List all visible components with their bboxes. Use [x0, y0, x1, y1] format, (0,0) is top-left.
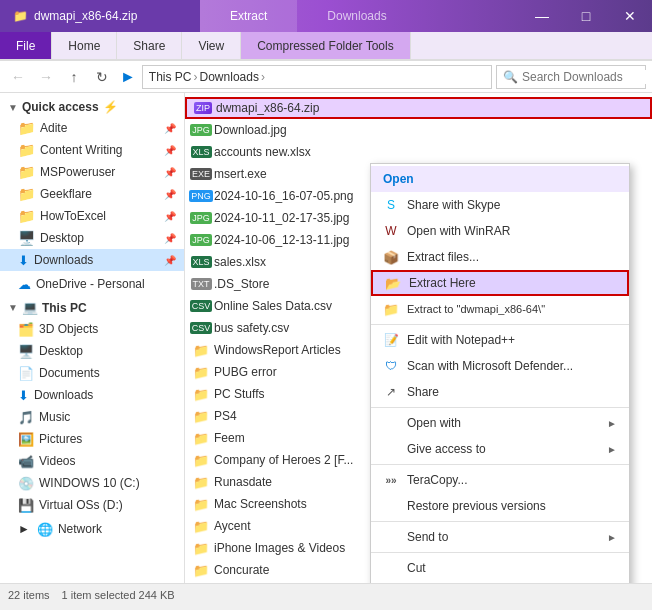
search-box[interactable]: 🔍 [496, 65, 646, 89]
sidebar-item-downloads2[interactable]: ⬇ Downloads [0, 384, 184, 406]
sidebar-item-network[interactable]: ► 🌐 Network [0, 518, 184, 540]
file-item-zip[interactable]: ZIP dwmapi_x86-64.zip [185, 97, 652, 119]
ribbon: File Home Share View Compressed Folder T… [0, 32, 652, 61]
sidebar-item-documents[interactable]: 📄 Documents [0, 362, 184, 384]
sidebar-item-d-drive-label: Virtual OSs (D:) [39, 498, 123, 512]
pin-icon-gf: 📌 [164, 189, 176, 200]
up-button[interactable]: ↑ [62, 65, 86, 89]
file-item-xlsx1[interactable]: XLS accounts new.xlsx [185, 141, 652, 163]
tab-share[interactable]: Share [117, 32, 182, 59]
quick-access-label: Quick access [22, 100, 99, 114]
context-menu: Open S Share with Skype W Open with WinR… [370, 163, 630, 583]
file-item-folder-feem-label: Feem [214, 431, 245, 445]
ctx-sep-2 [371, 407, 629, 408]
thispc-arrow: ▼ [8, 302, 18, 313]
sidebar-item-desktop2[interactable]: 🖥️ Desktop [0, 340, 184, 362]
ctx-restore-versions[interactable]: Restore previous versions [371, 493, 629, 519]
open-with-icon [383, 415, 399, 431]
tab-home[interactable]: Home [52, 32, 117, 59]
send-to-arrow: ► [607, 532, 617, 543]
network-section: ► 🌐 Network [0, 518, 184, 540]
quick-access-header[interactable]: ▼ Quick access ⚡ [0, 97, 184, 117]
tab-extract[interactable]: Extract [200, 0, 297, 32]
ctx-open-winrar[interactable]: W Open with WinRAR [371, 218, 629, 244]
file-item-zip-label: dwmapi_x86-64.zip [216, 101, 319, 115]
ctx-teracopy-label: TeraCopy... [407, 473, 467, 487]
ctx-extract-files[interactable]: 📦 Extract files... [371, 244, 629, 270]
ctx-scan-defender[interactable]: 🛡 Scan with Microsoft Defender... [371, 353, 629, 379]
ctx-open-header: Open [371, 166, 629, 192]
thispc-header[interactable]: ▼ 💻 This PC [0, 297, 184, 318]
sidebar-item-adite[interactable]: 📁 Adite 📌 [0, 117, 184, 139]
ds-file-icon: TXT [193, 276, 209, 292]
ctx-sep-3 [371, 464, 629, 465]
file-item-xlsx1-label: accounts new.xlsx [214, 145, 311, 159]
c-drive-icon: 💿 [18, 476, 34, 491]
ctx-extract-here[interactable]: 📂 Extract Here [371, 270, 629, 296]
png-file-icon: PNG [193, 188, 209, 204]
sidebar-item-d-drive[interactable]: 💾 Virtual OSs (D:) [0, 494, 184, 516]
sidebar-item-desktop[interactable]: 🖥️ Desktop 📌 [0, 227, 184, 249]
forward-button[interactable]: → [34, 65, 58, 89]
sidebar-item-videos[interactable]: 📹 Videos [0, 450, 184, 472]
ctx-give-access[interactable]: Give access to ► [371, 436, 629, 462]
folder-file-icon11: 📁 [193, 562, 209, 578]
search-input[interactable] [522, 70, 652, 84]
pin-icon-ms: 📌 [164, 167, 176, 178]
jpg2-file-icon: JPG [193, 210, 209, 226]
sidebar-item-music[interactable]: 🎵 Music [0, 406, 184, 428]
maximize-button[interactable]: □ [564, 0, 608, 32]
sidebar-item-3dobjects[interactable]: 🗂️ 3D Objects [0, 318, 184, 340]
jpg-file-icon: JPG [193, 122, 209, 138]
ctx-copy[interactable]: Copy [371, 581, 629, 583]
tab-compressed-folder-tools[interactable]: Compressed Folder Tools [241, 32, 411, 59]
file-item-folder-ps4-label: PS4 [214, 409, 237, 423]
quick-access-icon: ⚡ [103, 100, 118, 114]
path-thispc[interactable]: This PC [149, 70, 192, 84]
sidebar-item-onedrive[interactable]: ☁ OneDrive - Personal [0, 273, 184, 295]
close-button[interactable]: ✕ [608, 0, 652, 32]
sidebar-item-downloads[interactable]: ⬇ Downloads 📌 [0, 249, 184, 271]
sidebar-item-c-drive[interactable]: 💿 WINDOWS 10 (C:) [0, 472, 184, 494]
search-icon: 🔍 [503, 70, 518, 84]
ctx-open-with[interactable]: Open with ► [371, 410, 629, 436]
back-button[interactable]: ← [6, 65, 30, 89]
exe-file-icon: EXE [193, 166, 209, 182]
sidebar-item-howtoexcel[interactable]: 📁 HowToExcel 📌 [0, 205, 184, 227]
ctx-share-skype-label: Share with Skype [407, 198, 500, 212]
refresh-button[interactable]: ↻ [90, 65, 114, 89]
file-item-folder-coh-label: Company of Heroes 2 [F... [214, 453, 353, 467]
sidebar-item-documents-label: Documents [39, 366, 100, 380]
ctx-send-to[interactable]: Send to ► [371, 524, 629, 550]
file-item-jpg2-label: 2024-10-11_02-17-35.jpg [214, 211, 349, 225]
sidebar-item-desktop-label: Desktop [40, 231, 84, 245]
title-bar-left: 📁 dwmapi_x86-64.zip [0, 0, 200, 32]
tab-downloads[interactable]: Downloads [297, 0, 416, 32]
tab-view[interactable]: View [182, 32, 241, 59]
ctx-edit-notepad[interactable]: 📝 Edit with Notepad++ [371, 327, 629, 353]
ctx-extract-to[interactable]: 📁 Extract to "dwmapi_x86-64\" [371, 296, 629, 322]
ctx-share-skype[interactable]: S Share with Skype [371, 192, 629, 218]
ctx-restore-versions-label: Restore previous versions [407, 499, 546, 513]
cut-icon [383, 560, 399, 576]
ctx-share[interactable]: ↗ Share [371, 379, 629, 405]
sidebar-item-3dobjects-label: 3D Objects [39, 322, 98, 336]
winrar-icon: W [383, 223, 399, 239]
file-item-csv1-label: Online Sales Data.csv [214, 299, 332, 313]
sidebar-item-geekflare[interactable]: 📁 Geekflare 📌 [0, 183, 184, 205]
ctx-cut[interactable]: Cut [371, 555, 629, 581]
tab-file[interactable]: File [0, 32, 52, 59]
file-item-jpg1[interactable]: JPG Download.jpg [185, 119, 652, 141]
ctx-open-label: Open [383, 172, 414, 186]
address-path[interactable]: This PC › Downloads › [142, 65, 492, 89]
title-bar-icon: 📁 [12, 8, 28, 24]
ctx-edit-notepad-label: Edit with Notepad++ [407, 333, 515, 347]
sidebar-item-pictures[interactable]: 🖼️ Pictures [0, 428, 184, 450]
path-downloads[interactable]: Downloads [200, 70, 259, 84]
minimize-button[interactable]: — [520, 0, 564, 32]
sidebar-item-content-writing[interactable]: 📁 Content Writing 📌 [0, 139, 184, 161]
sidebar-item-mspoweruser[interactable]: 📁 MSPoweruser 📌 [0, 161, 184, 183]
ctx-scan-defender-label: Scan with Microsoft Defender... [407, 359, 573, 373]
thispc-section: ▼ 💻 This PC 🗂️ 3D Objects 🖥️ Desktop 📄 D… [0, 297, 184, 516]
ctx-teracopy[interactable]: »» TeraCopy... [371, 467, 629, 493]
